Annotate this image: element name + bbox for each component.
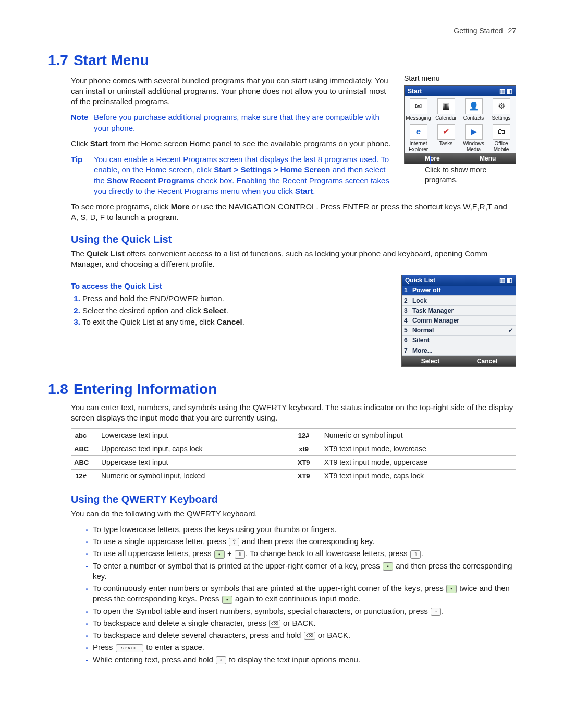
person-icon: 👤 xyxy=(465,98,483,114)
input-modes-table: abc Lowercase text input 12# Numeric or … xyxy=(71,428,516,483)
battery-icon: ▥ ◧ xyxy=(499,87,512,95)
mode-icon: xt9 xyxy=(297,445,311,454)
list-item: To use all uppercase letters, press ▪ + … xyxy=(93,548,516,559)
startmenu-icon-tasks: ✔Tasks xyxy=(432,122,460,153)
step-3: To exit the Quick List at any time, clic… xyxy=(82,317,391,327)
startmenu-icon-office: 🗂Office Mobile xyxy=(487,122,515,153)
backspace-key-icon: ⌫ xyxy=(269,620,280,628)
fn-key-icon: ▪ xyxy=(222,596,232,604)
startmenu-caption: Start menu xyxy=(404,73,516,83)
startmenu-figure: Start ▥ ◧ ✉Messaging ▦Calendar 👤Contacts… xyxy=(404,85,516,164)
heading-access-quicklist: To access the Quick List xyxy=(71,281,391,291)
more-programs-para: To see more programs, click More or use … xyxy=(71,202,516,223)
startmenu-icon-contacts: 👤Contacts xyxy=(460,96,487,122)
startmenu-icon-wmp: ▶Windows Media xyxy=(460,122,487,153)
heading-1-7: 1.7Start Menu xyxy=(48,51,516,70)
mode-icon: abc xyxy=(74,431,88,440)
click-start-para: Click Start from the Home screen Home pa… xyxy=(71,139,395,149)
startmenu-icon-ie: eInternet Explorer xyxy=(405,122,432,153)
fn-key-icon: ▪ xyxy=(446,585,457,593)
calendar-icon: ▦ xyxy=(437,98,455,114)
quicklist-figure: Quick List▥ ◧ 1Power off 2Lock 3Task Man… xyxy=(401,275,516,367)
tip-1-7: Tip You can enable a Recent Programs scr… xyxy=(71,154,395,196)
qwerty-bullets: To type lowercase letters, press the key… xyxy=(81,524,516,665)
startmenu-icon-calendar: ▦Calendar xyxy=(432,96,460,122)
ql-row-2: 2Lock xyxy=(402,296,516,306)
list-item: To enter a number or symbol that is prin… xyxy=(93,561,516,582)
header-section: Getting Started xyxy=(454,27,503,35)
list-item: To backspace and delete a single charact… xyxy=(93,618,516,628)
list-item: To backspace and delete several characte… xyxy=(93,630,516,640)
mode-icon: ABC xyxy=(74,445,89,454)
fn-key-icon: ▪ xyxy=(383,562,393,571)
mode-icon: XT9 xyxy=(297,472,311,481)
table-row: abc Lowercase text input 12# Numeric or … xyxy=(71,429,516,442)
note-1-7: Note Before you purchase additional prog… xyxy=(71,112,395,133)
sym-key-icon: ▫ xyxy=(431,608,441,616)
page-header: Getting Started 27 xyxy=(48,26,516,36)
intro-1-8: You can enter text, numbers, and symbols… xyxy=(71,402,516,424)
ie-icon: e xyxy=(410,124,427,140)
list-item: To open the Symbol table and insert numb… xyxy=(93,606,516,616)
list-item: To use a single uppercase letter, press … xyxy=(93,536,516,547)
softkey-more: More xyxy=(405,153,460,164)
shift-key-icon: ⇧ xyxy=(410,550,421,559)
list-item: To continuously enter numbers or symbols… xyxy=(93,583,516,604)
intro-1-7: Your phone comes with several bundled pr… xyxy=(71,76,395,107)
options-key-icon: ▫ xyxy=(216,656,226,664)
mode-icon: ABC xyxy=(74,458,89,467)
mode-icon: XT9 xyxy=(297,458,311,467)
folder-icon: 🗂 xyxy=(493,124,510,140)
quicklist-intro: The Quick List offers convenient access … xyxy=(71,249,516,270)
ql-row-1: 1Power off xyxy=(402,286,516,295)
shift-key-icon: ⇧ xyxy=(235,550,245,559)
table-row: 12# Numeric or symbol input, locked XT9 … xyxy=(71,469,516,483)
ql-row-5: 5Normal✓ xyxy=(402,326,516,336)
shift-key-icon: ⇧ xyxy=(229,538,239,546)
softkey-menu: Menu xyxy=(460,153,516,164)
heading-quick-list: Using the Quick List xyxy=(71,232,516,246)
battery-icon: ▥ ◧ xyxy=(499,276,512,285)
ql-row-4: 4Comm Manager xyxy=(402,316,516,326)
ql-row-7: 7More... xyxy=(402,346,516,356)
ql-row-3: 3Task Manager xyxy=(402,306,516,316)
quicklist-steps: Press and hold the END/POWER button. Sel… xyxy=(71,293,391,327)
heading-qwerty: Using the QWERTY Keyboard xyxy=(71,492,516,507)
space-key-icon: SPACE xyxy=(116,644,144,652)
step-2: Select the desired option and click Sele… xyxy=(82,305,391,316)
list-item: Press SPACE to enter a space. xyxy=(93,642,516,652)
softkey-select: Select xyxy=(402,356,459,366)
startmenu-icon-settings: ⚙Settings xyxy=(487,96,515,122)
fn-key-icon: ▪ xyxy=(214,550,225,559)
startmenu-titlebar: Start ▥ ◧ xyxy=(405,86,516,96)
heading-1-8: 1.8Entering Information xyxy=(48,379,516,399)
startmenu-arrow-caption: Click to show more programs. xyxy=(404,165,516,185)
mode-icon: 12# xyxy=(74,472,88,481)
mode-icon: 12# xyxy=(297,431,311,440)
list-item: While entering text, press and hold ▫ to… xyxy=(93,655,516,665)
header-page: 27 xyxy=(508,27,516,35)
table-row: ABC Uppercase text input, caps lock xt9 … xyxy=(71,442,516,456)
step-1: Press and hold the END/POWER button. xyxy=(82,293,391,304)
backspace-key-icon: ⌫ xyxy=(304,632,315,640)
check-icon: ✔ xyxy=(437,124,455,140)
gear-icon: ⚙ xyxy=(493,98,510,114)
envelope-icon: ✉ xyxy=(410,98,427,114)
softkey-cancel: Cancel xyxy=(459,356,516,366)
ql-row-6: 6Silent xyxy=(402,336,516,346)
check-icon: ✓ xyxy=(508,326,513,335)
play-icon: ▶ xyxy=(465,124,483,140)
list-item: To type lowercase letters, press the key… xyxy=(93,524,516,535)
qwerty-intro: You can do the following with the QWERTY… xyxy=(71,509,516,519)
table-row: ABC Uppercase text input XT9 XT9 text in… xyxy=(71,455,516,469)
startmenu-icon-messaging: ✉Messaging xyxy=(405,96,432,122)
